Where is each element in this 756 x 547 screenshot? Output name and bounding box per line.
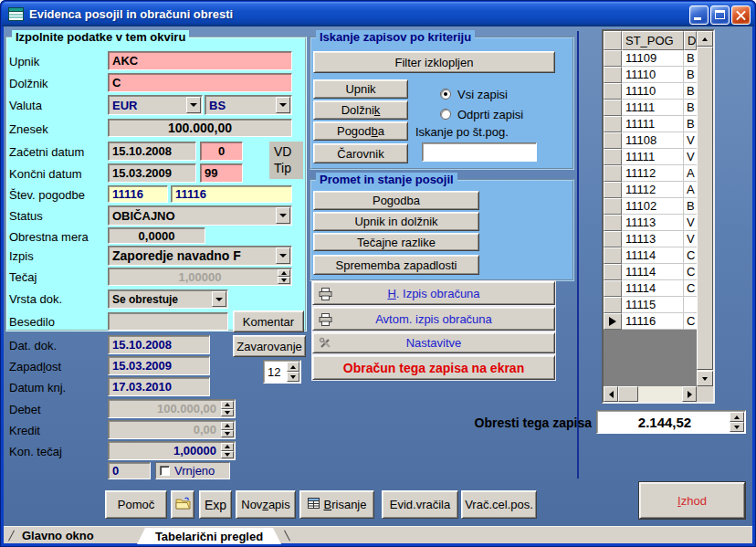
izpis-select[interactable]: Zaporedje navadno F xyxy=(108,246,292,266)
exp-button[interactable]: Exp xyxy=(199,490,232,519)
besedilo-field[interactable] xyxy=(108,312,228,331)
cell-st-pog: 11109 xyxy=(622,50,684,67)
valuta2-select[interactable]: BS xyxy=(205,95,292,115)
table-row[interactable]: 11112A xyxy=(604,165,697,182)
table-row[interactable]: 11116C xyxy=(604,313,697,330)
grid-hscrollbar[interactable] xyxy=(604,386,697,402)
grid-vscrollbar[interactable] xyxy=(697,31,713,386)
cell-st-pog: 11112 xyxy=(622,182,684,198)
stev-pogodbe-label: Štev. pogodbe xyxy=(9,188,85,202)
vrnjeno-count-field[interactable]: 0 xyxy=(108,462,151,479)
dat-dok-field[interactable]: 15.10.2008 xyxy=(108,335,210,354)
promet-pogodba-button[interactable]: Pogodba xyxy=(313,191,479,210)
promet-sprememba-button[interactable]: Sprememba zapadlosti xyxy=(313,255,479,275)
znesek-field[interactable]: 100.000,00 xyxy=(108,119,292,137)
promet-tecajne-razlike-button[interactable]: Tečajne razlike xyxy=(313,233,479,251)
table-row[interactable]: 11110B xyxy=(604,83,697,100)
cell-d: C xyxy=(684,264,697,280)
table-row[interactable]: 11114C xyxy=(604,247,697,264)
radio-vsi-zapisi[interactable] xyxy=(440,89,451,100)
meseci-spinner[interactable] xyxy=(287,362,299,382)
avtom-izpis-label: Avtom. izpis obračuna xyxy=(375,312,492,326)
app-icon[interactable] xyxy=(8,7,24,25)
search-pogodba-button[interactable]: Pogodba xyxy=(313,121,408,141)
table-row[interactable]: 11114C xyxy=(604,280,697,297)
nastavitve-button[interactable]: Nastavitve xyxy=(312,332,555,353)
obrestna-mera-field[interactable]: 0,0000 xyxy=(108,227,205,244)
evid-vracila-button[interactable]: Evid.vračila xyxy=(382,490,458,519)
kon-tecaj-label: Kon. tečaj xyxy=(9,445,62,458)
dropdown-arrow-icon[interactable] xyxy=(186,97,201,113)
table-row[interactable]: 11111B xyxy=(604,116,697,132)
table-row[interactable]: 11113V xyxy=(604,231,697,247)
table-row[interactable]: 11109B xyxy=(604,50,697,67)
meseci-spinedit[interactable]: 12 xyxy=(263,360,301,384)
zacetni-datum-field[interactable]: 15.10.2008 xyxy=(108,142,196,161)
vscroll-thumb[interactable] xyxy=(697,47,713,370)
pomoc-button[interactable]: Pomoč xyxy=(105,490,167,519)
search-input[interactable] xyxy=(422,142,537,162)
dropdown-arrow-icon[interactable] xyxy=(276,247,290,264)
brisanje-button[interactable]: Brisanje xyxy=(299,490,374,519)
dropdown-arrow-icon[interactable] xyxy=(212,291,226,307)
radio-odprti-zapisi[interactable] xyxy=(440,109,451,120)
filter-button[interactable]: Filter izklopljen xyxy=(313,51,555,73)
zavarovanje-button[interactable]: Zavarovanje xyxy=(233,335,306,357)
table-row[interactable]: 11112A xyxy=(604,182,697,198)
table-row[interactable]: 11113V xyxy=(604,215,697,231)
table-row[interactable]: 11111V xyxy=(604,149,697,165)
table-row[interactable]: 11111B xyxy=(604,100,697,116)
tab-tabelaricni-pregled[interactable]: Tabelarični pregled xyxy=(137,528,281,544)
scroll-down-button[interactable] xyxy=(697,371,713,386)
search-dolznik-button[interactable]: Dolžnik xyxy=(313,100,408,120)
table-row[interactable]: 11102B xyxy=(604,198,697,215)
avtom-izpis-button[interactable]: Avtom. izpis obračuna xyxy=(312,307,555,331)
obresti-spinedit[interactable]: 2.144,52 xyxy=(596,410,746,434)
table-row[interactable]: 11115 xyxy=(604,297,697,313)
izpis-value: Zaporedje navadno F xyxy=(112,248,241,263)
tab-glavno-okno[interactable]: Glavno okno xyxy=(22,529,94,542)
komentar-button[interactable]: Komentar xyxy=(233,310,304,332)
dat-dok-label: Dat. dok. xyxy=(9,339,57,352)
carovnik-button[interactable]: Čarovnik xyxy=(313,143,408,163)
row-indicator xyxy=(604,215,622,231)
vrsta-dok-select[interactable]: Se obrestuje xyxy=(108,289,228,309)
table-row[interactable]: 11110B xyxy=(604,67,697,83)
valuta-select[interactable]: EUR xyxy=(108,95,203,115)
dropdown-arrow-icon[interactable] xyxy=(276,97,290,113)
status-select[interactable]: OBIČAJNO xyxy=(108,205,292,226)
scroll-right-button[interactable] xyxy=(682,386,697,402)
obracun-button[interactable]: Obračun tega zapisa na ekran xyxy=(312,355,555,380)
hscroll-thumb[interactable] xyxy=(618,386,638,402)
upnik-field[interactable]: AKC xyxy=(108,51,292,70)
dropdown-arrow-icon[interactable] xyxy=(276,207,290,224)
open-folder-button[interactable] xyxy=(171,490,194,519)
close-button[interactable] xyxy=(731,5,751,25)
search-upnik-button[interactable]: Upnik xyxy=(313,79,408,99)
stev-pogodbe-field-2[interactable]: 11116 xyxy=(171,185,292,203)
row-indicator xyxy=(604,182,622,198)
tip-field[interactable]: 99 xyxy=(200,163,243,183)
table-row[interactable]: 11108V xyxy=(604,132,697,149)
dolznik-field[interactable]: C xyxy=(108,73,292,92)
koncni-datum-field[interactable]: 15.03.2009 xyxy=(108,163,196,183)
zapadlost-field[interactable]: 15.03.2009 xyxy=(108,356,210,375)
vrac-cel-pos-button[interactable]: Vrač.cel.pos. xyxy=(461,490,537,519)
minimize-button[interactable] xyxy=(689,5,709,25)
vrnjeno-checkbox[interactable] xyxy=(160,466,170,476)
scroll-left-button[interactable] xyxy=(604,386,618,402)
nov-zapis-button[interactable]: Nov zapis xyxy=(236,490,296,519)
cell-st-pog: 11110 xyxy=(622,67,684,83)
kon-tecaj-spinedit[interactable]: 1,00000 xyxy=(108,441,236,460)
stev-pogodbe-field-1[interactable]: 11116 xyxy=(108,185,168,203)
scroll-up-button[interactable] xyxy=(697,31,713,47)
vd-field[interactable]: 0 xyxy=(200,142,243,161)
h-izpis-button[interactable]: H. Izpis obračuna xyxy=(312,281,555,305)
promet-upnik-dolznik-button[interactable]: Upnik in dolžnik xyxy=(313,212,479,231)
table-row[interactable]: 11114C xyxy=(604,264,697,280)
obresti-spinner[interactable] xyxy=(730,412,744,432)
datum-knj-field[interactable]: 17.03.2010 xyxy=(108,377,210,396)
izhod-button[interactable]: Izhod xyxy=(639,482,745,519)
maximize-button[interactable] xyxy=(710,5,730,25)
kon-tecaj-spinner[interactable] xyxy=(221,443,234,458)
